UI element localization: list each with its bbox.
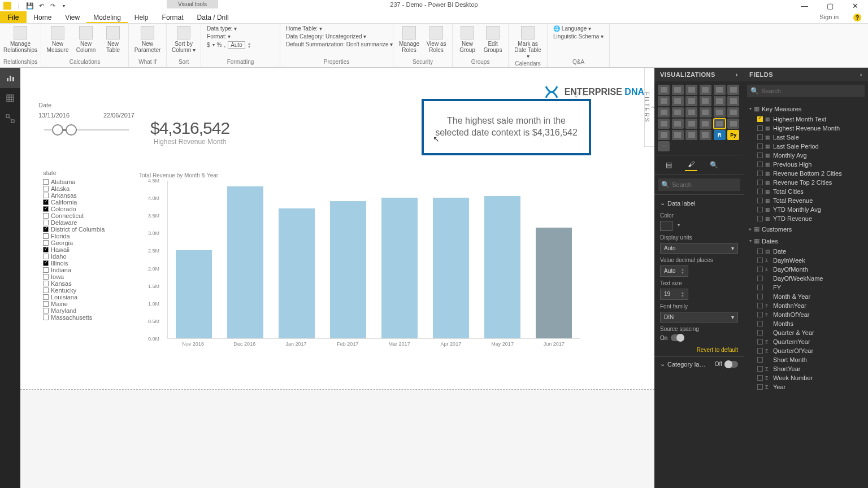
field-item[interactable]: ▦YTD Revenue — [744, 214, 868, 223]
field-item[interactable]: ▦Last Sale — [744, 133, 868, 142]
viz-type-icon[interactable] — [672, 119, 684, 129]
state-item[interactable]: California — [43, 199, 133, 206]
field-checkbox[interactable] — [757, 285, 763, 290]
field-item[interactable]: ▦Highest Revenue Month — [744, 124, 868, 133]
field-table[interactable]: ▾▦Key Measures — [744, 103, 868, 115]
close-button[interactable]: ✕ — [843, 0, 868, 11]
fields-search[interactable]: 🔍 — [747, 85, 865, 97]
viz-type-icon[interactable] — [727, 107, 739, 117]
new-table-button[interactable]: New Table — [101, 25, 125, 54]
viz-type-icon[interactable] — [685, 130, 697, 140]
format-tab[interactable]: Format — [155, 11, 190, 23]
decimal-auto[interactable]: Auto — [228, 41, 245, 49]
field-checkbox[interactable] — [757, 258, 763, 263]
state-item[interactable]: Connecticut — [43, 212, 133, 219]
collapse-icon[interactable]: › — [736, 71, 738, 78]
new-measure-button[interactable]: New Measure — [45, 25, 71, 54]
field-item[interactable]: ΣShortYear — [744, 364, 868, 373]
state-item[interactable]: Maryland — [43, 307, 133, 314]
field-checkbox[interactable] — [757, 294, 763, 299]
modeling-tab[interactable]: Modeling — [86, 11, 128, 23]
checkbox-icon[interactable] — [43, 281, 49, 286]
viz-type-icon[interactable]: Py — [727, 130, 739, 140]
state-item[interactable]: Louisiana — [43, 294, 133, 300]
date-slicer[interactable]: Date 13/11/2016 22/06/2017 — [38, 102, 134, 138]
filters-pane-collapsed[interactable]: ‹ FILTERS — [644, 68, 654, 147]
data-category-dropdown[interactable]: Data Category: Uncategorized ▾ — [284, 33, 389, 40]
format-search[interactable]: 🔍 — [658, 178, 740, 191]
field-item[interactable]: FY — [744, 283, 868, 292]
section-category-label[interactable]: ⌄Category la… Off — [654, 356, 744, 371]
checkbox-icon[interactable] — [43, 186, 49, 191]
source-spacing-toggle[interactable] — [671, 334, 684, 341]
viz-type-icon[interactable] — [658, 130, 670, 140]
save-icon[interactable]: 💾 — [25, 1, 35, 11]
state-item[interactable]: Hawaii — [43, 246, 133, 253]
viz-type-icon[interactable] — [685, 119, 697, 129]
slider-handle-right[interactable] — [66, 124, 77, 136]
field-item[interactable]: ΣQuarternYear — [744, 337, 868, 346]
fields-header[interactable]: FIELDS› — [744, 68, 868, 81]
checkbox-icon[interactable] — [43, 199, 49, 205]
state-slicer[interactable]: state AlabamaAlaskaArkansasCaliforniaCol… — [43, 169, 133, 321]
field-checkbox[interactable] — [757, 348, 763, 354]
fields-tool-icon[interactable]: ▤ — [662, 159, 675, 171]
collapse-icon[interactable]: › — [860, 71, 862, 78]
field-checkbox[interactable] — [757, 152, 763, 158]
state-item[interactable]: Iowa — [43, 273, 133, 280]
new-column-button[interactable]: New Column — [73, 25, 99, 54]
viz-type-icon[interactable] — [658, 107, 670, 117]
field-checkbox[interactable] — [757, 134, 763, 140]
help-icon[interactable]: ? — [853, 14, 861, 21]
help-tab[interactable]: Help — [128, 11, 155, 23]
field-item[interactable]: ▤Date — [744, 247, 868, 256]
viz-type-icon[interactable] — [658, 85, 670, 95]
viz-type-icon[interactable] — [714, 107, 726, 117]
checkbox-icon[interactable] — [43, 254, 49, 259]
viz-type-icon[interactable] — [685, 107, 697, 117]
state-item[interactable]: Georgia — [43, 239, 133, 246]
field-checkbox[interactable] — [757, 198, 763, 203]
viz-type-icon[interactable] — [672, 107, 684, 117]
field-item[interactable]: ΣDayInWeek — [744, 256, 868, 265]
chart-bar[interactable] — [536, 228, 572, 338]
checkbox-icon[interactable] — [43, 287, 49, 293]
checkbox-icon[interactable] — [43, 226, 49, 232]
state-item[interactable]: Indiana — [43, 267, 133, 273]
fields-search-input[interactable] — [761, 88, 861, 94]
field-item[interactable]: ▦Monthly Avg — [744, 151, 868, 160]
text-card-visual[interactable]: ▽ ⋯ The highest sale month in the select… — [422, 99, 591, 155]
viz-type-icon[interactable] — [727, 96, 739, 106]
field-checkbox[interactable] — [757, 276, 763, 281]
field-checkbox[interactable] — [757, 312, 763, 317]
checkbox-icon[interactable] — [43, 193, 49, 198]
file-tab[interactable]: File — [0, 11, 27, 23]
state-item[interactable]: Alabama — [43, 178, 133, 185]
chart-bar[interactable] — [279, 208, 315, 338]
home-tab[interactable]: Home — [27, 11, 58, 23]
decimal-input[interactable]: Auto▲▼ — [660, 265, 688, 277]
checkbox-icon[interactable] — [43, 206, 49, 212]
viz-type-icon[interactable] — [658, 119, 670, 129]
viz-type-icon[interactable] — [714, 119, 726, 129]
state-item[interactable]: Delaware — [43, 219, 133, 226]
field-item[interactable]: ▦Total Revenue — [744, 196, 868, 205]
state-item[interactable]: District of Columbia — [43, 226, 133, 233]
state-item[interactable]: Illinois — [43, 260, 133, 267]
font-family-dropdown[interactable]: DIN▾ — [660, 312, 738, 323]
chart-bar[interactable] — [433, 198, 469, 338]
checkbox-icon[interactable] — [43, 220, 49, 225]
viz-type-icon[interactable] — [714, 85, 726, 95]
kpi-card[interactable]: $4,316,542 Highest Revenue Month — [150, 119, 229, 146]
state-item[interactable]: Alaska — [43, 185, 133, 192]
field-checkbox[interactable] — [757, 375, 763, 381]
format-search-input[interactable] — [672, 181, 750, 188]
analytics-tool-icon[interactable]: 🔍 — [708, 159, 720, 171]
more-options-icon[interactable]: ⋯ — [582, 91, 589, 99]
currency-button[interactable]: $ — [207, 42, 210, 48]
viz-type-icon[interactable] — [727, 85, 739, 95]
checkbox-icon[interactable] — [43, 213, 49, 219]
bar-chart[interactable]: Total Revenue by Month & Year 4.5M4.0M3.… — [139, 172, 580, 359]
checkbox-icon[interactable] — [43, 240, 49, 246]
maximize-button[interactable]: ▢ — [817, 0, 843, 11]
